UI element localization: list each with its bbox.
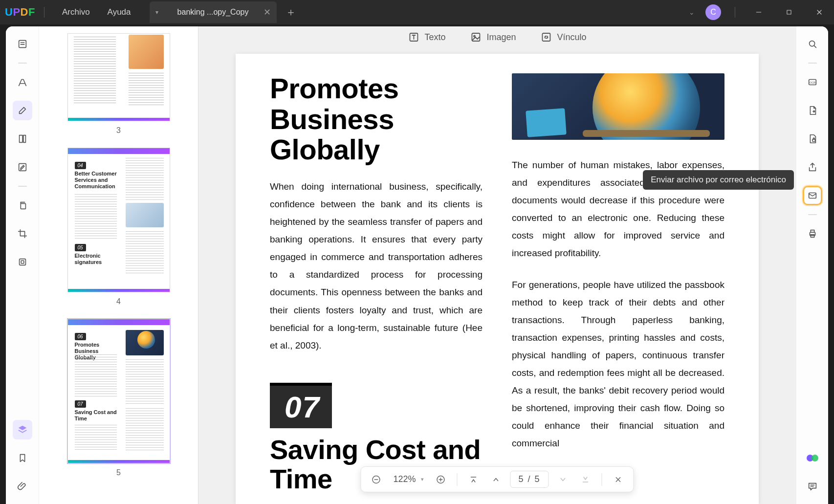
thumbnail-number: 3 xyxy=(54,126,183,135)
comment-button[interactable] xyxy=(803,477,822,496)
tool-texto-label: Texto xyxy=(424,32,445,43)
crop-tool[interactable] xyxy=(13,224,32,243)
close-toolbar-button[interactable] xyxy=(610,471,627,488)
ai-icon xyxy=(807,452,818,464)
document-page: Promotes Business Globally When doing in… xyxy=(236,54,759,504)
tabs-overflow-icon[interactable]: ⌄ xyxy=(689,8,695,16)
thumbnail-page-5[interactable]: 06 Promotes Business Globally 07 Saving … xyxy=(54,319,183,477)
thumb-tag: 05 xyxy=(75,244,86,251)
svg-text:OCR: OCR xyxy=(809,81,815,84)
attachment-tool[interactable] xyxy=(13,477,32,496)
zoom-in-button[interactable] xyxy=(433,471,449,488)
share-button[interactable] xyxy=(803,157,822,177)
add-tab-button[interactable]: ＋ xyxy=(285,5,296,20)
tab-close-icon[interactable]: ✕ xyxy=(263,7,271,18)
zoom-caret-icon[interactable]: ▾ xyxy=(421,476,424,482)
svg-rect-8 xyxy=(19,135,22,143)
tool-imagen[interactable]: Imagen xyxy=(470,31,516,43)
form-tool[interactable] xyxy=(13,157,32,177)
pages-tool[interactable] xyxy=(13,129,32,149)
svg-rect-34 xyxy=(811,230,814,233)
protect-button[interactable] xyxy=(803,129,822,149)
ai-button[interactable] xyxy=(803,448,822,468)
last-page-button[interactable] xyxy=(577,471,594,488)
svg-rect-17 xyxy=(543,33,550,41)
zoom-level[interactable]: 122%▾ xyxy=(390,474,426,484)
highlight-tool[interactable] xyxy=(13,72,32,92)
titlebar: UPDF Archivo Ayuda ▾ banking ...opy_Copy… xyxy=(0,0,834,24)
svg-rect-13 xyxy=(21,261,24,263)
svg-point-16 xyxy=(474,36,475,37)
thumb-tag: 04 xyxy=(75,162,86,169)
layers-tool[interactable] xyxy=(13,420,32,439)
svg-rect-31 xyxy=(812,139,815,142)
menu-archivo[interactable]: Archivo xyxy=(53,7,99,17)
thumbnail-number: 5 xyxy=(54,468,183,477)
document-viewport[interactable]: Texto Imagen Vínculo Promotes Business G… xyxy=(198,26,796,504)
reader-tool[interactable] xyxy=(13,34,32,54)
print-button[interactable] xyxy=(803,224,822,243)
thumbnail-page-4[interactable]: 04 Better Customer Services and Communic… xyxy=(54,148,183,306)
first-page-button[interactable] xyxy=(465,471,482,488)
email-tooltip: Enviar archivo por correo electrónico xyxy=(643,170,794,190)
left-tool-rail xyxy=(6,26,39,504)
window-minimize-button[interactable] xyxy=(749,2,768,22)
thumb-tag: 07 xyxy=(75,400,86,408)
search-button[interactable] xyxy=(803,34,822,54)
thumb-tag: 06 xyxy=(75,333,86,340)
user-avatar[interactable]: C xyxy=(705,4,721,20)
thumbnail-page-3[interactable]: 3 xyxy=(54,33,183,135)
export-button[interactable] xyxy=(803,101,822,120)
thumb-heading: Better Customer Services and Communicati… xyxy=(75,171,119,190)
next-page-button[interactable] xyxy=(555,471,571,488)
svg-rect-35 xyxy=(811,235,814,238)
globe-image xyxy=(512,73,724,140)
svg-rect-10 xyxy=(19,164,26,171)
thumbnail-number: 4 xyxy=(54,297,183,306)
paragraph-right-2: For generations, people have utilized th… xyxy=(512,276,724,453)
thumbnail-panel[interactable]: 3 04 Better Customer Services and Commun… xyxy=(39,26,198,504)
heading-promotes: Promotes Business Globally xyxy=(270,73,483,165)
svg-rect-1 xyxy=(787,10,791,14)
svg-rect-9 xyxy=(23,135,25,143)
svg-rect-12 xyxy=(19,259,25,265)
zoom-out-button[interactable] xyxy=(368,471,384,488)
edit-tool[interactable] xyxy=(13,101,32,120)
prev-page-button[interactable] xyxy=(488,471,505,488)
tab-caret-icon[interactable]: ▾ xyxy=(155,9,158,16)
email-button[interactable] xyxy=(803,186,822,205)
page-indicator[interactable]: 5 / 5 xyxy=(510,471,549,488)
edit-toolbar: Texto Imagen Vínculo xyxy=(408,31,586,43)
tool-imagen-label: Imagen xyxy=(486,32,516,43)
right-tool-rail: OCR xyxy=(796,26,828,504)
ocr-button[interactable]: OCR xyxy=(803,72,822,92)
compress-tool[interactable] xyxy=(13,252,32,272)
thumb-heading: Saving Cost and Time xyxy=(75,409,121,422)
window-maximize-button[interactable] xyxy=(779,2,799,22)
svg-rect-4 xyxy=(19,41,26,48)
section-number-box: 07 xyxy=(270,383,332,428)
app-logo: UPDF xyxy=(5,6,35,19)
zoom-nav-toolbar: 122%▾ 5 / 5 xyxy=(360,466,634,492)
tool-texto[interactable]: Texto xyxy=(408,31,445,43)
svg-line-28 xyxy=(814,45,816,47)
bookmark-tool[interactable] xyxy=(13,448,32,468)
paragraph-left: When doing international business, speci… xyxy=(270,178,483,354)
tool-vinculo[interactable]: Vínculo xyxy=(541,31,587,43)
svg-rect-11 xyxy=(21,203,25,209)
copy-tool[interactable] xyxy=(13,196,32,215)
thumb-heading: Electronic signatures xyxy=(75,253,119,265)
menu-ayuda[interactable]: Ayuda xyxy=(99,7,140,17)
document-tab[interactable]: ▾ banking ...opy_Copy ✕ xyxy=(150,1,277,23)
tab-title: banking ...opy_Copy xyxy=(177,8,249,17)
app-container: 3 04 Better Customer Services and Commun… xyxy=(6,26,828,504)
tool-vinculo-label: Vínculo xyxy=(557,32,587,43)
window-close-button[interactable] xyxy=(810,2,829,22)
